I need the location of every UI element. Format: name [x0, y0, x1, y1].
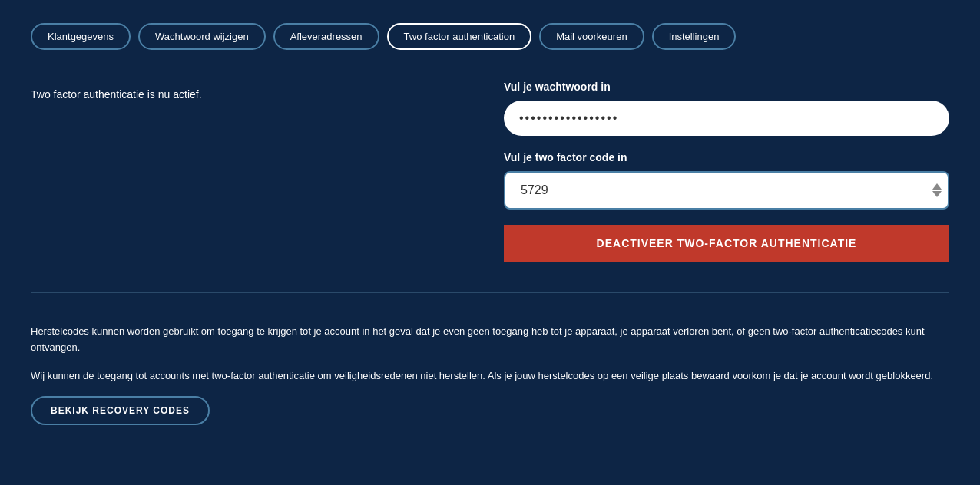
left-panel: Two factor authenticatie is nu actief.: [31, 81, 473, 262]
recovery-text-1: Herstelcodes kunnen worden gebruikt om t…: [31, 324, 949, 356]
deactivate-button[interactable]: DEACTIVEER TWO-FACTOR AUTHENTICATIE: [504, 225, 949, 262]
nav-tabs: Klantgegevens Wachtwoord wijzigen Afleve…: [31, 23, 949, 50]
right-panel: Vul je wachtwoord in Vul je two factor c…: [504, 81, 949, 262]
tab-klantgegevens[interactable]: Klantgegevens: [31, 23, 131, 50]
code-label: Vul je two factor code in: [504, 151, 949, 163]
tab-wachtwoord[interactable]: Wachtwoord wijzigen: [138, 23, 266, 50]
tab-two-factor[interactable]: Two factor authentication: [387, 23, 532, 50]
recovery-codes-button[interactable]: BEKIJK RECOVERY CODES: [31, 396, 210, 425]
password-label: Vul je wachtwoord in: [504, 81, 949, 93]
password-input[interactable]: [504, 101, 949, 136]
section-divider: [31, 292, 949, 293]
tab-afleveradressen[interactable]: Afleveradressen: [273, 23, 379, 50]
recovery-section: Herstelcodes kunnen worden gebruikt om t…: [31, 324, 949, 440]
tab-mail-voorkeuren[interactable]: Mail voorkeuren: [539, 23, 644, 50]
code-input-wrapper: [504, 171, 949, 210]
spinner-down-icon[interactable]: [932, 191, 942, 197]
status-text: Two factor authenticatie is nu actief.: [31, 88, 473, 101]
recovery-text-2: Wij kunnen de toegang tot accounts met t…: [31, 368, 949, 384]
page-wrapper: Klantgegevens Wachtwoord wijzigen Afleve…: [0, 0, 980, 464]
tab-instellingen[interactable]: Instellingen: [652, 23, 737, 50]
main-content: Two factor authenticatie is nu actief. V…: [31, 81, 949, 262]
code-input[interactable]: [504, 171, 949, 210]
spinner-up-icon[interactable]: [932, 183, 942, 190]
